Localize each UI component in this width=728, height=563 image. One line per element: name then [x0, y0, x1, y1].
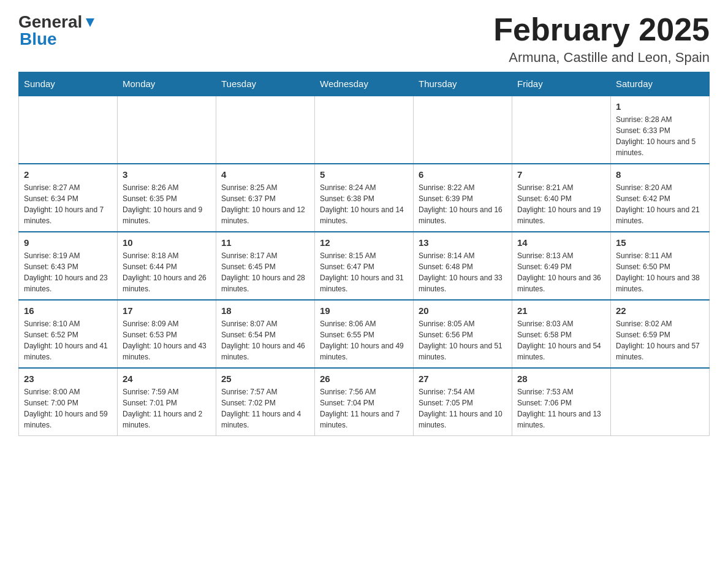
- calendar-day-cell: 18Sunrise: 8:07 AM Sunset: 6:54 PM Dayli…: [216, 300, 315, 368]
- day-info: Sunrise: 8:13 AM Sunset: 6:49 PM Dayligh…: [517, 250, 605, 294]
- location-title: Armuna, Castille and Leon, Spain: [493, 50, 710, 66]
- day-info: Sunrise: 7:59 AM Sunset: 7:01 PM Dayligh…: [123, 386, 211, 431]
- day-number: 15: [616, 237, 704, 248]
- calendar-day-cell: 3Sunrise: 8:26 AM Sunset: 6:35 PM Daylig…: [118, 164, 216, 232]
- calendar-day-cell: 21Sunrise: 8:03 AM Sunset: 6:58 PM Dayli…: [512, 300, 611, 368]
- day-info: Sunrise: 7:57 AM Sunset: 7:02 PM Dayligh…: [221, 386, 309, 431]
- calendar-day-cell: 8Sunrise: 8:20 AM Sunset: 6:42 PM Daylig…: [611, 164, 710, 232]
- day-number: 17: [123, 305, 211, 316]
- calendar-day-cell: 5Sunrise: 8:24 AM Sunset: 6:38 PM Daylig…: [315, 164, 414, 232]
- day-info: Sunrise: 8:28 AM Sunset: 6:33 PM Dayligh…: [616, 114, 704, 158]
- day-number: 6: [419, 169, 507, 180]
- calendar-day-cell: 22Sunrise: 8:02 AM Sunset: 6:59 PM Dayli…: [611, 300, 710, 368]
- calendar-day-cell: 26Sunrise: 7:56 AM Sunset: 7:04 PM Dayli…: [315, 368, 414, 436]
- day-number: 8: [616, 169, 704, 180]
- day-number: 28: [517, 373, 605, 384]
- calendar-day-cell: 28Sunrise: 7:53 AM Sunset: 7:06 PM Dayli…: [512, 368, 611, 436]
- calendar-day-header: Friday: [512, 72, 611, 96]
- day-info: Sunrise: 8:24 AM Sunset: 6:38 PM Dayligh…: [320, 182, 408, 226]
- day-number: 13: [419, 237, 507, 248]
- calendar-day-cell: 6Sunrise: 8:22 AM Sunset: 6:39 PM Daylig…: [414, 164, 512, 232]
- day-number: 21: [517, 305, 605, 316]
- logo-blue-text: Blue: [20, 29, 57, 49]
- day-info: Sunrise: 7:54 AM Sunset: 7:05 PM Dayligh…: [419, 386, 507, 431]
- day-number: 12: [320, 237, 408, 248]
- day-number: 24: [123, 373, 211, 384]
- calendar-day-cell: 2Sunrise: 8:27 AM Sunset: 6:34 PM Daylig…: [19, 164, 118, 232]
- day-info: Sunrise: 8:03 AM Sunset: 6:58 PM Dayligh…: [517, 318, 605, 362]
- title-area: February 2025 Armuna, Castille and Leon,…: [493, 12, 710, 66]
- day-number: 1: [616, 101, 704, 112]
- calendar-day-cell: 19Sunrise: 8:06 AM Sunset: 6:55 PM Dayli…: [315, 300, 414, 368]
- calendar-table: SundayMondayTuesdayWednesdayThursdayFrid…: [18, 72, 710, 436]
- calendar-day-header: Wednesday: [315, 72, 414, 96]
- month-title: February 2025: [493, 12, 710, 47]
- day-number: 18: [221, 305, 309, 316]
- week-row: 23Sunrise: 8:00 AM Sunset: 7:00 PM Dayli…: [19, 368, 710, 436]
- day-number: 19: [320, 305, 408, 316]
- day-info: Sunrise: 8:25 AM Sunset: 6:37 PM Dayligh…: [221, 182, 309, 226]
- day-info: Sunrise: 8:02 AM Sunset: 6:59 PM Dayligh…: [616, 318, 704, 362]
- calendar-header-row: SundayMondayTuesdayWednesdayThursdayFrid…: [19, 72, 710, 96]
- page-header: General Blue February 2025 Armuna, Casti…: [18, 12, 710, 66]
- day-number: 16: [24, 305, 112, 316]
- calendar-day-cell: 12Sunrise: 8:15 AM Sunset: 6:47 PM Dayli…: [315, 232, 414, 300]
- day-info: Sunrise: 8:00 AM Sunset: 7:00 PM Dayligh…: [24, 386, 112, 431]
- day-info: Sunrise: 7:53 AM Sunset: 7:06 PM Dayligh…: [517, 386, 605, 431]
- calendar-day-cell: 7Sunrise: 8:21 AM Sunset: 6:40 PM Daylig…: [512, 164, 611, 232]
- day-number: 3: [123, 169, 211, 180]
- day-number: 10: [123, 237, 211, 248]
- day-info: Sunrise: 8:10 AM Sunset: 6:52 PM Dayligh…: [24, 318, 112, 362]
- calendar-day-header: Monday: [118, 72, 216, 96]
- calendar-day-cell: [512, 96, 611, 164]
- day-info: Sunrise: 8:09 AM Sunset: 6:53 PM Dayligh…: [123, 318, 211, 362]
- calendar-day-cell: 14Sunrise: 8:13 AM Sunset: 6:49 PM Dayli…: [512, 232, 611, 300]
- calendar-day-header: Tuesday: [216, 72, 315, 96]
- calendar-day-cell: 13Sunrise: 8:14 AM Sunset: 6:48 PM Dayli…: [414, 232, 512, 300]
- day-number: 4: [221, 169, 309, 180]
- day-number: 11: [221, 237, 309, 248]
- day-info: Sunrise: 8:20 AM Sunset: 6:42 PM Dayligh…: [616, 182, 704, 226]
- day-info: Sunrise: 8:17 AM Sunset: 6:45 PM Dayligh…: [221, 250, 309, 294]
- day-number: 2: [24, 169, 112, 180]
- day-info: Sunrise: 8:18 AM Sunset: 6:44 PM Dayligh…: [123, 250, 211, 294]
- day-number: 14: [517, 237, 605, 248]
- day-info: Sunrise: 8:14 AM Sunset: 6:48 PM Dayligh…: [419, 250, 507, 294]
- day-number: 5: [320, 169, 408, 180]
- calendar-day-cell: [414, 96, 512, 164]
- calendar-day-cell: 16Sunrise: 8:10 AM Sunset: 6:52 PM Dayli…: [19, 300, 118, 368]
- logo: General Blue: [18, 12, 97, 49]
- calendar-day-cell: 11Sunrise: 8:17 AM Sunset: 6:45 PM Dayli…: [216, 232, 315, 300]
- day-info: Sunrise: 8:11 AM Sunset: 6:50 PM Dayligh…: [616, 250, 704, 294]
- calendar-day-cell: 9Sunrise: 8:19 AM Sunset: 6:43 PM Daylig…: [19, 232, 118, 300]
- calendar-day-cell: [118, 96, 216, 164]
- calendar-day-cell: [216, 96, 315, 164]
- calendar-day-cell: 27Sunrise: 7:54 AM Sunset: 7:05 PM Dayli…: [414, 368, 512, 436]
- calendar-day-cell: [19, 96, 118, 164]
- day-info: Sunrise: 8:06 AM Sunset: 6:55 PM Dayligh…: [320, 318, 408, 362]
- day-number: 27: [419, 373, 507, 384]
- calendar-day-header: Saturday: [611, 72, 710, 96]
- calendar-day-header: Thursday: [414, 72, 512, 96]
- day-info: Sunrise: 8:26 AM Sunset: 6:35 PM Dayligh…: [123, 182, 211, 226]
- day-info: Sunrise: 8:07 AM Sunset: 6:54 PM Dayligh…: [221, 318, 309, 362]
- week-row: 2Sunrise: 8:27 AM Sunset: 6:34 PM Daylig…: [19, 164, 710, 232]
- svg-marker-0: [86, 18, 94, 27]
- calendar-day-cell: [315, 96, 414, 164]
- calendar-day-cell: 25Sunrise: 7:57 AM Sunset: 7:02 PM Dayli…: [216, 368, 315, 436]
- calendar-day-cell: 1Sunrise: 8:28 AM Sunset: 6:33 PM Daylig…: [611, 96, 710, 164]
- calendar-day-cell: 23Sunrise: 8:00 AM Sunset: 7:00 PM Dayli…: [19, 368, 118, 436]
- calendar-day-cell: 24Sunrise: 7:59 AM Sunset: 7:01 PM Dayli…: [118, 368, 216, 436]
- day-number: 7: [517, 169, 605, 180]
- day-number: 25: [221, 373, 309, 384]
- day-info: Sunrise: 8:05 AM Sunset: 6:56 PM Dayligh…: [419, 318, 507, 362]
- day-number: 23: [24, 373, 112, 384]
- day-info: Sunrise: 8:15 AM Sunset: 6:47 PM Dayligh…: [320, 250, 408, 294]
- day-info: Sunrise: 8:21 AM Sunset: 6:40 PM Dayligh…: [517, 182, 605, 226]
- day-number: 20: [419, 305, 507, 316]
- day-number: 22: [616, 305, 704, 316]
- calendar-day-cell: 20Sunrise: 8:05 AM Sunset: 6:56 PM Dayli…: [414, 300, 512, 368]
- calendar-day-cell: [611, 368, 710, 436]
- week-row: 1Sunrise: 8:28 AM Sunset: 6:33 PM Daylig…: [19, 96, 710, 164]
- day-info: Sunrise: 8:22 AM Sunset: 6:39 PM Dayligh…: [419, 182, 507, 226]
